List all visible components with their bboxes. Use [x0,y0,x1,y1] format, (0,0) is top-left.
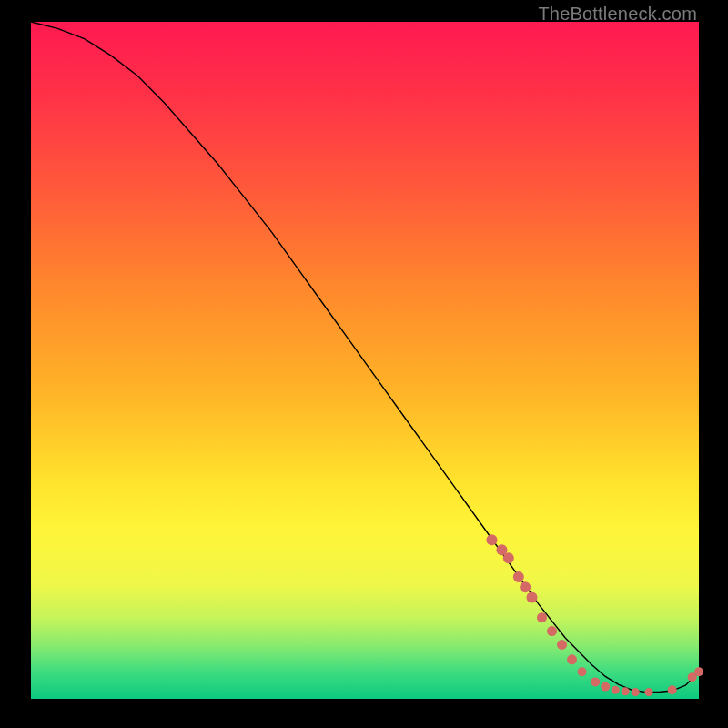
curve-marker [578,667,587,676]
curve-marker [644,688,652,696]
curve-marker [622,687,630,695]
curve-marker [557,640,567,650]
curve-marker [537,612,547,622]
curve-marker [503,552,514,563]
curve-marker [632,688,640,696]
curve-marker [547,626,557,636]
curve-marker [694,667,703,676]
curve-marker [612,686,620,694]
curve-marker [513,571,524,582]
bottleneck-curve [31,22,699,693]
curve-marker [527,592,538,602]
curve-marker [486,534,497,545]
curve-marker [601,682,610,692]
curve-marker [567,654,577,664]
chart-stage: TheBottleneck.com [0,0,728,728]
curve-marker [668,685,677,694]
curve-markers [486,534,703,696]
curve-marker [520,581,531,592]
chart-svg [31,22,699,699]
watermark-text: TheBottleneck.com [538,4,697,25]
curve-marker [591,677,600,686]
